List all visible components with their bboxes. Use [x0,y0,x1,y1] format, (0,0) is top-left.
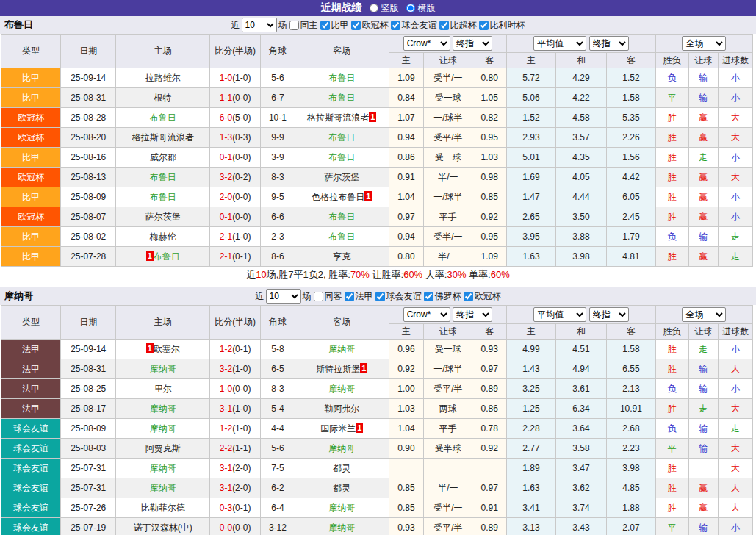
col-header-客场: 客场 [295,306,389,340]
match-count-select[interactable]: 10 [242,18,277,32]
away-team-cell: 摩纳哥 [295,439,389,459]
score-cell: 0-0(0-0) [210,518,261,535]
handicap-away-odds: 0.93 [472,340,507,359]
avg-away-odds: 5.35 [606,108,655,128]
fulltime-score: 0-1 [220,152,232,162]
match-date: 25-08-16 [61,148,116,168]
handicap-away-odds: 1.03 [472,148,507,168]
match-row: 比甲25-07-281布鲁日2-1(0-1)8-6亨克0.80半/一1.091.… [1,247,753,267]
league-checkbox[interactable] [391,21,400,30]
corner-count: 7-5 [261,459,295,478]
result-outcome: 负 [655,419,688,439]
team-name: 摩纳哥 [4,290,33,303]
league-filter-球会友谊[interactable]: 球会友谊 [375,290,422,303]
layout-radio-horizontal[interactable]: 横版 [406,2,436,15]
score-cell: 3-2(1-0) [210,359,261,379]
col-header-客场: 客场 [295,35,389,68]
avg-draw-odds: 3.88 [555,227,606,247]
league-checkbox[interactable] [424,292,433,301]
odds-source-select[interactable]: Crow* [403,307,450,322]
home-team-cell: 摩纳哥 [116,459,210,478]
halftime-score: (2-0) [232,463,251,473]
avg-away-odds: 2.45 [606,207,655,227]
avg-away-odds: 2.68 [606,419,655,439]
league-checkbox[interactable] [375,292,385,301]
avg-draw-odds: 3.57 [555,128,606,148]
europe-avg-select[interactable]: 平均值 [533,36,586,51]
league-checkbox[interactable] [464,292,473,301]
europe-final-select[interactable]: 终指 [589,36,629,51]
same-venue-checkbox[interactable] [314,292,323,301]
handicap-line: 两球 [424,399,472,419]
league-checkbox[interactable] [320,21,330,30]
league-filter-佛罗杯[interactable]: 佛罗杯 [423,290,461,303]
same-venue-checkbox[interactable] [289,21,299,30]
same-venue-toggle[interactable]: 同客 [313,290,342,303]
league-checkbox[interactable] [439,21,449,30]
away-team-name: 摩纳哥 [328,523,355,533]
odds-final-select[interactable]: 终指 [453,307,492,322]
result-handicap: 赢 [688,187,719,207]
same-venue-toggle[interactable]: 同主 [289,19,318,32]
fulltime-score: 3-2 [220,364,232,374]
handicap-home-odds: 0.91 [389,168,424,187]
avg-draw-odds: 4.44 [555,187,606,207]
league-filter-欧冠杯[interactable]: 欧冠杯 [350,19,389,32]
league-checkbox[interactable] [345,292,354,301]
away-team-name: 布鲁日 [328,152,355,162]
league-filter-比超杯[interactable]: 比超杯 [439,19,477,32]
avg-home-odds: 3.13 [506,518,555,535]
score-cell: 1-3(0-3) [210,128,261,148]
handicap-home-odds: 1.03 [389,399,424,419]
away-team-cell: 格拉斯哥流浪者1 [295,108,389,128]
handicap-home-odds: 1.00 [389,379,424,399]
result-outcome: 胜 [655,399,688,419]
header-row-dropdowns: 类型日期主场比分(半场)角球客场Crow* 终指平均值 终指全场 [1,306,753,324]
league-checkbox[interactable] [479,21,489,30]
result-goals: 大 [719,439,753,459]
avg-away-odds: 1.58 [606,88,655,108]
odds-source-select[interactable]: Crow* [403,36,450,51]
score-cell: 3-1(2-0) [210,459,261,478]
handicap-line: 受一球 [424,148,472,168]
league-filter-法甲[interactable]: 法甲 [344,290,373,303]
europe-avg-select[interactable]: 平均值 [533,307,586,322]
handicap-line: 半/一 [424,478,472,498]
score-cell: 0-1(0-0) [210,148,261,168]
home-team-name: 梅赫伦 [150,231,176,242]
layout-radio-vertical[interactable]: 竖版 [370,2,399,15]
match-type-badge: 比甲 [1,148,61,168]
avg-draw-odds: 3.98 [555,247,606,267]
corner-count: 6-6 [261,207,295,227]
avg-draw-odds: 3.58 [555,439,606,459]
league-filter-欧冠杯[interactable]: 欧冠杯 [463,290,501,303]
handicap-line: 受一球 [424,88,472,108]
avg-home-odds: 1.63 [506,478,555,498]
handicap-away-odds: 0.95 [472,128,507,148]
odds-final-select[interactable]: 终指 [453,36,492,51]
result-handicap: 赢 [688,478,719,498]
handicap-line: 平手 [424,419,472,439]
europe-final-select[interactable]: 终指 [589,307,629,322]
away-team-name: 色格拉布鲁日 [312,192,364,202]
horizontal-radio-input[interactable] [406,4,415,12]
filter-controls: 近10场同客法甲球会友谊佛罗杯欧冠杯 [256,289,501,304]
result-scope-select[interactable]: 全场 [682,36,726,51]
avg-home-odds: 4.99 [506,340,555,359]
league-filter-比利时杯[interactable]: 比利时杯 [478,19,525,32]
match-count-select[interactable]: 10 [266,289,301,304]
filter-bar: 布鲁日近10场同主比甲欧冠杯球会友谊比超杯比利时杯 [0,16,756,34]
result-scope-select[interactable]: 全场 [682,307,726,322]
league-checkbox[interactable] [351,21,361,30]
avg-away-odds: 4.42 [606,168,655,187]
vertical-radio-input[interactable] [370,4,378,12]
league-filter-比甲[interactable]: 比甲 [320,19,349,32]
col-header-日期: 日期 [61,35,116,68]
score-cell: 0-1(0-0) [210,207,261,227]
avg-home-odds: 1.69 [506,168,555,187]
league-filter-球会友谊[interactable]: 球会友谊 [390,19,437,32]
handicap-home-odds: 0.84 [389,88,424,108]
handicap-away-odds [472,459,507,478]
match-type-badge: 欧冠杯 [1,168,61,187]
home-team-name: 布鲁日 [150,112,176,123]
